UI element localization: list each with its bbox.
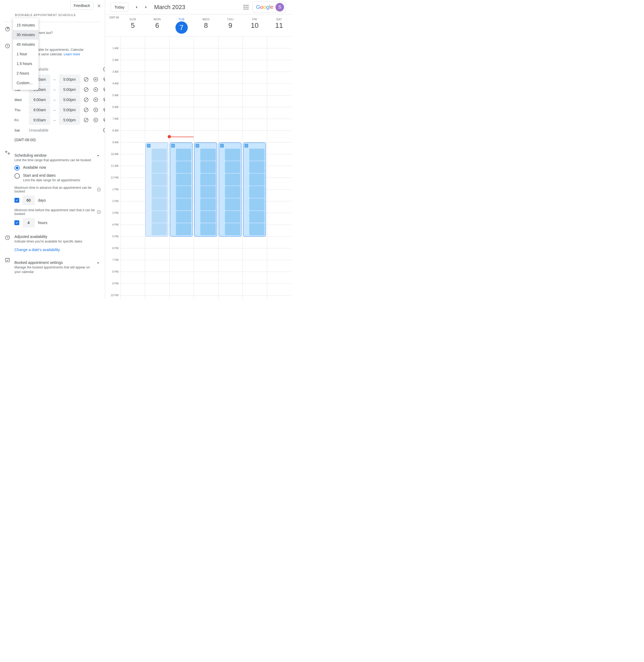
change-date-link[interactable]: Change a date's availability [15,247,100,252]
max-advance-unit: days [38,198,46,203]
chevron-up-icon[interactable] [96,153,100,159]
svg-point-33 [149,146,150,146]
copy-icon[interactable] [101,76,105,83]
add-time-icon[interactable] [92,96,99,103]
add-time-icon[interactable] [92,86,99,93]
duration-option[interactable]: 1.5 hours [13,59,39,68]
day-header[interactable]: MON6 [145,15,169,37]
copy-icon[interactable] [101,86,105,93]
appointment-block[interactable] [219,142,242,237]
svg-point-46 [246,145,246,146]
duration-option[interactable]: Custom... [13,78,39,88]
feedback-button[interactable]: Feedback [70,2,94,9]
min-before-checkbox[interactable] [15,220,19,225]
radio-start-end[interactable]: Start and end dates Limit the date range… [15,173,100,183]
svg-point-32 [148,146,149,146]
add-time-icon[interactable] [92,76,99,83]
start-time-input[interactable] [29,115,50,125]
appointment-block[interactable] [194,142,217,237]
svg-point-40 [197,146,198,146]
duration-icon [4,26,11,35]
add-time-icon[interactable] [101,126,105,134]
clock-icon [4,43,11,142]
svg-point-35 [173,145,174,146]
duration-option[interactable]: 2 hours [13,68,39,78]
day-header[interactable]: TUE7 [169,15,193,37]
appointment-block[interactable] [170,142,192,237]
drag-icon [220,144,224,148]
help-icon[interactable]: ? [97,210,100,214]
close-icon[interactable] [95,2,103,10]
next-week-button[interactable] [142,3,150,11]
day-label: Wed [15,98,27,102]
copy-icon[interactable] [101,106,105,114]
add-time-icon[interactable] [92,116,99,124]
start-time-input[interactable] [29,95,50,104]
hour-label: 4 PM [105,223,121,235]
duration-option[interactable]: 1 hour [13,49,39,59]
unavailable-icon[interactable] [83,96,90,103]
day-column[interactable] [267,37,291,299]
day-header[interactable]: SUN5 [121,15,145,37]
unavailable-text: Unavailable [29,67,99,71]
duration-option[interactable]: 45 minutes [13,40,39,49]
hour-label: 9 PM [105,282,121,294]
unavailable-icon[interactable] [83,106,90,114]
unavailable-text: Unavailable [29,128,99,132]
duration-option[interactable]: 30 minutes [13,30,39,40]
max-advance-input[interactable] [22,195,35,205]
appointment-block[interactable] [145,142,168,237]
day-header[interactable]: THU9 [218,15,243,37]
add-time-icon[interactable] [101,66,105,73]
end-time-input[interactable] [59,95,80,104]
min-before-input[interactable] [22,218,35,228]
max-advance-checkbox[interactable] [15,198,19,203]
adjusted-availability-icon [4,235,11,252]
appointment-block[interactable] [243,142,266,237]
unavailable-icon[interactable] [83,116,90,124]
hour-label: 9 AM [105,141,121,153]
add-time-icon[interactable] [92,106,99,114]
duration-option[interactable]: 15 minutes [13,20,39,30]
learn-more-link[interactable]: Learn more [64,52,80,56]
hour-label: 5 PM [105,235,121,247]
today-button[interactable]: Today [111,3,129,12]
day-header[interactable]: WED8 [193,15,218,37]
apps-grid-icon[interactable] [243,4,249,10]
svg-point-36 [172,146,173,146]
help-icon[interactable]: ? [97,188,100,191]
start-time-input[interactable] [29,105,50,115]
day-header[interactable]: SAT11 [267,15,291,37]
day-label: Fri [15,118,27,122]
svg-rect-14 [105,109,105,112]
month-label: March 2023 [154,4,185,11]
chevron-up-icon[interactable] [96,260,100,266]
availability-row: Wed– [15,95,105,104]
copy-icon[interactable] [101,96,105,103]
scheduling-window-icon [4,149,11,230]
day-column[interactable] [121,37,145,299]
adjusted-sub: Indicate times you're available for spec… [15,239,100,244]
now-dot [168,135,171,138]
availability-row: SatUnavailable [15,126,105,135]
end-time-input[interactable] [59,85,80,94]
settings-sidebar: Feedback BOOKABLE APPOINTMENT SCHEDULE n… [0,0,105,299]
hour-label: 2 PM [105,200,121,212]
svg-point-39 [198,145,198,146]
prev-week-button[interactable] [132,3,141,11]
google-account-button[interactable]: Google S [252,2,286,13]
drag-icon [171,144,175,148]
end-time-input[interactable] [59,75,80,84]
avatar[interactable]: S [275,3,284,11]
end-time-input[interactable] [59,115,80,125]
day-header[interactable]: FRI10 [243,15,267,37]
timezone-label[interactable]: (GMT-06:00) [15,138,105,142]
unavailable-icon[interactable] [83,86,90,93]
svg-point-27 [244,8,245,9]
end-time-input[interactable] [59,105,80,115]
hour-label: 6 AM [105,105,121,117]
copy-icon[interactable] [101,116,105,124]
radio-available-now[interactable]: Available now [15,165,100,171]
svg-rect-11 [105,99,105,101]
unavailable-icon[interactable] [83,76,90,83]
